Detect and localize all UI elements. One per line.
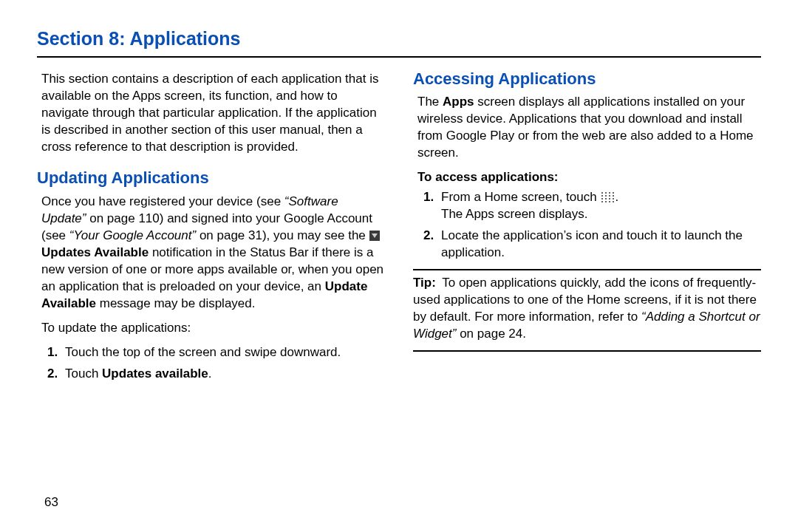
step-number: 1.	[47, 344, 65, 361]
text: Touch	[65, 366, 102, 381]
to-update-label: To update the applications:	[41, 320, 385, 337]
tip-rule-top	[413, 269, 761, 270]
heading-accessing-apps: Accessing Applications	[413, 68, 761, 90]
step-number: 1.	[423, 189, 441, 223]
tip-content: Tip: To open applications quickly, add t…	[413, 275, 761, 343]
access-steps: 1. From a Home screen, touch . The Apps …	[413, 189, 761, 262]
updating-paragraph: Once you have registered your device (se…	[41, 194, 385, 313]
notification-icon	[369, 231, 380, 241]
apps-grid-icon	[601, 192, 613, 202]
update-steps: 1. Touch the top of the screen and swipe…	[37, 344, 385, 383]
bold-updates-available: Updates available	[102, 366, 208, 381]
tip-rule-bottom	[413, 350, 761, 352]
step-text: From a Home screen, touch . The Apps scr…	[441, 189, 618, 223]
bold-updates-available: Updates Available	[41, 245, 149, 259]
text: message may be displayed.	[96, 296, 255, 310]
bold-apps: Apps	[443, 95, 474, 109]
tip-block: Tip: To open applications quickly, add t…	[413, 275, 761, 343]
step-text: Locate the application’s icon and touch …	[441, 228, 761, 262]
tip-label: Tip:	[413, 276, 436, 290]
step-2: 2. Touch Updates available.	[47, 366, 385, 383]
crossref-google-account: “Your Google Account”	[69, 228, 200, 242]
two-column-layout: This section contains a description of e…	[37, 68, 761, 389]
to-access-heading: To access applications:	[417, 169, 761, 186]
step-text-line2: The Apps screen displays.	[441, 207, 587, 221]
step-1: 1. Touch the top of the screen and swipe…	[47, 344, 385, 361]
tip-text: on page 24.	[456, 327, 526, 341]
right-column: Accessing Applications The Apps screen d…	[413, 68, 761, 389]
step-text: Touch Updates available.	[65, 366, 211, 383]
intro-paragraph: This section contains a description of e…	[41, 71, 385, 156]
text: on page 31), you may see the	[200, 228, 369, 242]
text: From a Home screen, touch	[441, 190, 600, 204]
accessing-paragraph: The Apps screen displays all application…	[417, 94, 761, 162]
text: The	[417, 95, 443, 109]
text: .	[615, 190, 618, 204]
step-1: 1. From a Home screen, touch . The Apps …	[423, 189, 761, 223]
heading-updating-apps: Updating Applications	[37, 167, 385, 189]
page-number: 63	[44, 494, 58, 511]
page: Section 8: Applications This section con…	[0, 0, 798, 532]
step-number: 2.	[423, 228, 441, 262]
step-2: 2. Locate the application’s icon and tou…	[423, 228, 761, 262]
text: .	[208, 366, 212, 381]
step-text: Touch the top of the screen and swipe do…	[65, 344, 341, 361]
text: Once you have registered your device (se…	[41, 194, 284, 208]
step-number: 2.	[47, 366, 65, 383]
left-column: This section contains a description of e…	[37, 68, 385, 389]
title-rule	[37, 56, 761, 58]
section-title: Section 8: Applications	[37, 27, 761, 52]
